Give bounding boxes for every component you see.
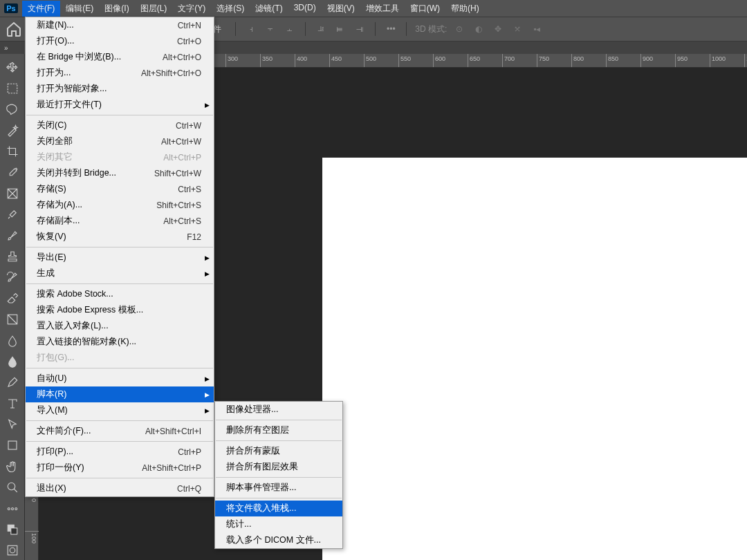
align-middle-icon[interactable]: ⫢ — [333, 22, 347, 36]
align-top-icon[interactable]: ⫡ — [314, 22, 328, 36]
healing-tool[interactable] — [3, 205, 22, 224]
menu-item-label: 打印(P)... — [37, 446, 73, 458]
type-tool[interactable] — [3, 394, 22, 413]
file-menu-item[interactable]: 打开(O)...Ctrl+O — [26, 33, 214, 49]
file-menu-item[interactable]: 退出(X)Ctrl+Q — [26, 480, 214, 496]
file-menu-item[interactable]: 导入(M) — [26, 402, 214, 418]
file-menu-item[interactable]: 文件简介(F)...Alt+Shift+Ctrl+I — [26, 423, 214, 439]
path-select-tool[interactable] — [3, 415, 22, 433]
dodge-tool[interactable] — [3, 352, 22, 371]
menu-separator — [26, 420, 213, 421]
menu-item-label: 打开为智能对象... — [37, 83, 107, 95]
script-menu-item[interactable]: 删除所有空图层 — [215, 422, 342, 438]
file-menu-item[interactable]: 关闭全部Alt+Ctrl+W — [26, 133, 214, 149]
menu-编辑[interactable]: 编辑(E) — [60, 1, 99, 17]
svg-point-7 — [15, 507, 17, 510]
submenu-arrow-icon — [205, 375, 210, 382]
lasso-tool[interactable] — [3, 100, 22, 119]
hand-tool[interactable] — [3, 457, 22, 476]
menu-图像[interactable]: 图像(I) — [99, 1, 134, 17]
wand-tool[interactable] — [3, 121, 22, 140]
file-menu-item[interactable]: 自动(U) — [26, 371, 214, 386]
script-menu-item[interactable]: 载入多个 DICOM 文件... — [215, 532, 342, 548]
file-menu-item[interactable]: 打印(P)...Ctrl+P — [26, 444, 214, 460]
3d-zoom-icon[interactable]: ▪◂ — [530, 22, 544, 36]
3d-orbit-icon[interactable]: ⊙ — [452, 22, 466, 36]
tab-chevron-icon[interactable]: » — [4, 44, 8, 52]
shape-tool[interactable] — [3, 436, 22, 455]
menu-窗口[interactable]: 窗口(W) — [405, 1, 445, 17]
frame-tool[interactable] — [3, 184, 22, 203]
edit-toolbar-tool[interactable] — [3, 499, 22, 518]
menu-视图[interactable]: 视图(V) — [322, 1, 360, 17]
watermark: 值 什么值得买 — [654, 535, 739, 553]
svg-rect-0 — [8, 84, 17, 93]
zoom-tool[interactable] — [3, 478, 22, 497]
fg-bg-tool[interactable] — [3, 520, 22, 539]
menu-item-shortcut: Alt+Shift+Ctrl+P — [142, 463, 201, 473]
menu-item-label: 搜索 Adobe Express 模板... — [37, 304, 143, 316]
align-center-h-icon[interactable]: ⫟ — [264, 22, 277, 36]
file-menu-item[interactable]: 导出(E) — [26, 250, 214, 265]
stamp-tool[interactable] — [3, 247, 22, 265]
3d-pan-icon[interactable]: ✥ — [491, 22, 505, 36]
brush-tool[interactable] — [3, 226, 22, 245]
ruler-tick: 550 — [398, 54, 411, 68]
file-menu-item[interactable]: 最近打开文件(T) — [26, 97, 214, 113]
pen-tool[interactable] — [3, 373, 22, 392]
file-menu-item[interactable]: 恢复(V)F12 — [26, 229, 214, 245]
menu-separator — [26, 368, 213, 368]
gradient-tool[interactable] — [3, 310, 22, 329]
menu-增效工具[interactable]: 增效工具 — [360, 1, 405, 17]
3d-roll-icon[interactable]: ◐ — [472, 22, 486, 36]
menu-item-label: 关闭并转到 Bridge... — [37, 167, 116, 179]
script-menu-item[interactable]: 图像处理器... — [215, 402, 342, 418]
menu-选择[interactable]: 选择(S) — [211, 1, 250, 17]
file-menu-item[interactable]: 打开为...Alt+Shift+Ctrl+O — [26, 65, 214, 81]
3d-slide-icon[interactable]: ⤧ — [510, 22, 524, 36]
eraser-tool[interactable] — [3, 289, 22, 308]
script-menu-item[interactable]: 拼合所有图层效果 — [215, 459, 342, 475]
file-menu-item[interactable]: 在 Bridge 中浏览(B)...Alt+Ctrl+O — [26, 49, 214, 65]
menu-图层[interactable]: 图层(L) — [135, 1, 173, 17]
history-brush-tool[interactable] — [3, 268, 22, 287]
file-menu-item[interactable]: 搜索 Adobe Stock... — [26, 286, 214, 302]
file-menu-item[interactable]: 关闭(C)Ctrl+W — [26, 118, 214, 133]
align-right-icon[interactable]: ⫠ — [283, 22, 297, 36]
quick-mask-tool[interactable] — [3, 541, 22, 560]
more-options-icon[interactable]: ••• — [384, 22, 398, 36]
file-menu-item[interactable]: 存储为(A)...Shift+Ctrl+S — [26, 197, 214, 213]
home-icon[interactable] — [6, 21, 22, 37]
menu-3d[interactable]: 3D(D) — [288, 1, 322, 17]
menu-滤镜[interactable]: 滤镜(T) — [250, 1, 288, 17]
menu-文件[interactable]: 文件(F) — [22, 1, 60, 17]
file-menu-item[interactable]: 置入链接的智能对象(K)... — [26, 334, 214, 350]
move-tool[interactable] — [3, 58, 22, 77]
file-menu-item[interactable]: 打开为智能对象... — [26, 81, 214, 97]
file-menu-item[interactable]: 存储副本...Alt+Ctrl+S — [26, 213, 214, 229]
file-menu-item[interactable]: 搜索 Adobe Express 模板... — [26, 302, 214, 318]
align-left-icon[interactable]: ⫞ — [244, 22, 258, 36]
file-menu-item[interactable]: 生成 — [26, 265, 214, 281]
script-menu-item[interactable]: 将文件载入堆栈... — [215, 501, 342, 516]
menu-文字[interactable]: 文字(Y) — [172, 1, 211, 17]
menu-item-shortcut: Alt+Ctrl+S — [163, 216, 201, 226]
align-bottom-icon[interactable]: ⫣ — [353, 22, 367, 36]
crop-tool[interactable] — [3, 142, 22, 161]
document-canvas[interactable] — [322, 158, 747, 560]
file-menu-item[interactable]: 置入嵌入对象(L)... — [26, 318, 214, 334]
script-menu-item[interactable]: 拼合所有蒙版 — [215, 443, 342, 459]
file-menu-item[interactable]: 新建(N)...Ctrl+N — [26, 17, 214, 33]
file-menu-item[interactable]: 打印一份(Y)Alt+Shift+Ctrl+P — [26, 460, 214, 476]
script-menu-item[interactable]: 统计... — [215, 516, 342, 532]
eyedropper-tool[interactable] — [3, 163, 22, 182]
menu-帮助[interactable]: 帮助(H) — [445, 1, 485, 17]
file-menu-item[interactable]: 存储(S)Ctrl+S — [26, 181, 214, 197]
file-menu-item[interactable]: 脚本(R) — [26, 386, 214, 402]
file-menu-item[interactable]: 关闭并转到 Bridge...Shift+Ctrl+W — [26, 165, 214, 181]
ruler-tick: 300 — [225, 54, 238, 68]
svg-rect-10 — [8, 546, 17, 556]
marquee-tool[interactable] — [3, 79, 22, 97]
blur-tool[interactable] — [3, 331, 22, 350]
script-menu-item[interactable]: 脚本事件管理器... — [215, 480, 342, 496]
